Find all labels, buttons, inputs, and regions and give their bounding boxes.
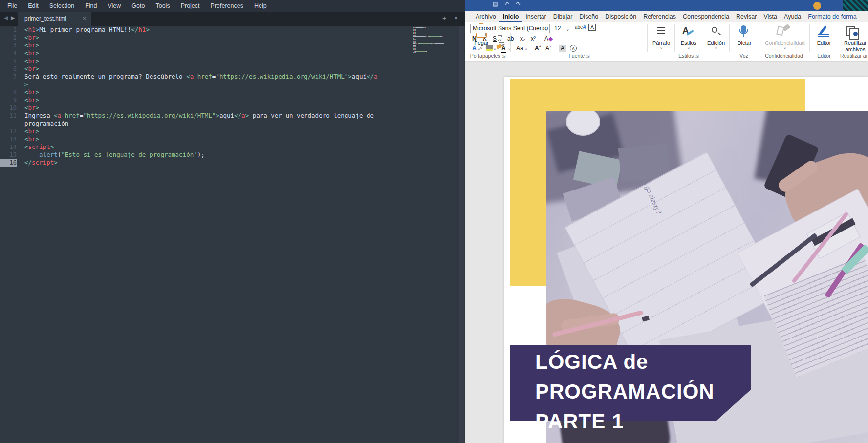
titlebar-corner-graphic xyxy=(843,0,868,11)
group-separator xyxy=(729,24,730,52)
line-text: alert("Esto sí es lenguaje de programaci… xyxy=(17,151,205,159)
underline-chevron[interactable]: ˅ xyxy=(499,38,502,42)
line-number xyxy=(0,81,17,88)
menu-item-file[interactable]: File xyxy=(2,2,22,9)
paste-dropdown-chevron[interactable]: ˅ xyxy=(465,46,498,51)
menu-item-selection[interactable]: Selection xyxy=(44,2,80,9)
code-editor-area[interactable]: 1<h1>Mi primer programa HTML!!</h1>2<br>… xyxy=(0,26,465,443)
menu-item-find[interactable]: Find xyxy=(80,2,102,9)
bold-button[interactable]: N xyxy=(472,35,477,42)
word-tab-correspondencia[interactable]: Correspondencia xyxy=(679,11,733,22)
word-tab-referencias[interactable]: Referencias xyxy=(640,11,679,22)
clear-formatting-button[interactable]: A◆ xyxy=(544,35,553,42)
word-tab-formato-de-forma[interactable]: Formato de forma xyxy=(804,11,860,22)
tab-forward-icon[interactable]: ▶ xyxy=(11,15,15,21)
ribbon-tab-row: ArchivoInicioInsertarDibujarDiseñoDispos… xyxy=(465,11,868,22)
edicion-collapsed-button[interactable]: Edición ˅ xyxy=(704,23,728,52)
word-tab-revisar[interactable]: Revisar xyxy=(733,11,760,22)
minimap[interactable] xyxy=(413,27,458,54)
change-case-chevron[interactable]: ˅ xyxy=(525,47,527,52)
dictate-button[interactable]: Dictar xyxy=(731,23,758,52)
dialog-launcher-icon[interactable]: ⇲ xyxy=(695,54,699,59)
word-tab-vista[interactable]: Vista xyxy=(760,11,781,22)
tab-back-icon[interactable]: ◀ xyxy=(4,15,8,21)
highlight-color-icon[interactable] xyxy=(486,45,493,51)
subscript-button[interactable]: x₂ xyxy=(520,35,525,42)
highlight-chevron[interactable]: ˅ xyxy=(494,47,496,52)
document-page[interactable]: Co go cieszy? xyxy=(504,77,868,443)
font-name-combobox[interactable]: ˅ Microsoft Sans Serif (Cuerpo xyxy=(470,24,550,33)
group-separator xyxy=(702,24,702,52)
font-size-combobox[interactable]: ˅ 12 xyxy=(552,24,571,33)
shrink-font-button[interactable]: A˅ xyxy=(545,45,551,52)
editor-button[interactable]: Editor xyxy=(811,23,837,52)
font-name-value: Microsoft Sans Serif (Cuerpo xyxy=(473,25,548,32)
tab-close-icon[interactable]: × xyxy=(83,12,86,26)
group-label-voz: Voz xyxy=(730,53,758,61)
reuse-files-button[interactable]: Reutilizar archivos xyxy=(840,23,868,52)
dialog-launcher-icon[interactable]: ⇲ xyxy=(502,54,506,59)
line-text: <br> xyxy=(17,104,39,112)
line-text: <br> xyxy=(17,42,39,49)
line-number: 12 xyxy=(0,127,17,135)
screen: FileEditSelectionFindViewGotoToolsProjec… xyxy=(0,0,868,443)
enclose-characters-button[interactable]: A xyxy=(570,45,577,52)
chevron-down-icon: ˅ xyxy=(704,46,728,51)
dialog-launcher-icon[interactable]: ⇲ xyxy=(586,54,590,59)
word-tab-archivo[interactable]: Archivo xyxy=(472,11,499,22)
new-tab-icon[interactable]: + xyxy=(442,14,446,22)
strikethrough-button[interactable]: ab xyxy=(507,35,514,42)
cover-title[interactable]: LÓGICA dePROGRAMACIÓNPARTE 1 xyxy=(535,347,715,436)
line-number: 4 xyxy=(0,49,17,57)
group-label-fuente: Fuente⇲ xyxy=(511,53,647,61)
parrafo-collapsed-button[interactable]: Párrafo ˅ xyxy=(649,23,673,52)
character-shading-button[interactable]: A xyxy=(559,45,566,52)
font-color-button[interactable]: A xyxy=(501,45,506,53)
underline-button[interactable]: S xyxy=(493,35,497,42)
confidentiality-button[interactable]: Confidencialidad ˅ xyxy=(760,23,810,52)
menu-item-view[interactable]: View xyxy=(102,2,126,9)
minimap-line xyxy=(413,45,458,46)
word-tab-inicio[interactable]: Inicio xyxy=(499,11,522,22)
dictar-label: Dictar xyxy=(731,40,758,46)
microphone-arc xyxy=(739,29,748,34)
minimap-line xyxy=(413,36,458,37)
code-line: 8<br> xyxy=(0,88,465,96)
code-line: 5<br> xyxy=(0,57,465,65)
superscript-button[interactable]: x² xyxy=(531,35,536,42)
line-text: Será esto realmente un programa? Descúbr… xyxy=(17,73,378,81)
word-tab-insertar[interactable]: Insertar xyxy=(522,11,549,22)
text-effects-button[interactable]: A xyxy=(472,45,477,52)
user-avatar[interactable] xyxy=(813,2,821,10)
menu-item-goto[interactable]: Goto xyxy=(126,2,150,9)
menu-item-tools[interactable]: Tools xyxy=(150,2,175,9)
editor-scrollbar[interactable] xyxy=(459,26,464,443)
menu-item-project[interactable]: Project xyxy=(175,2,205,9)
tab-overflow-icon[interactable]: ▼ xyxy=(454,16,458,21)
word-tab-dibujar[interactable]: Dibujar xyxy=(550,11,576,22)
phonetic-guide-icon[interactable]: abcA xyxy=(575,24,586,30)
line-text: <script> xyxy=(17,143,54,151)
group-label-editor: Editor xyxy=(810,53,838,61)
editor-tab-primer-test[interactable]: primer_test.html × xyxy=(18,12,91,26)
minimap-line xyxy=(413,33,458,34)
word-tab-disposición[interactable]: Disposición xyxy=(602,11,640,22)
menu-item-edit[interactable]: Edit xyxy=(22,2,44,9)
quick-access-toolbar-icons[interactable]: ▤↶↷ xyxy=(493,1,527,7)
text-effects-chevron[interactable]: ˅ xyxy=(478,47,480,52)
menu-item-preferences[interactable]: Preferences xyxy=(205,2,249,9)
editor-label: Editor xyxy=(811,40,837,46)
grow-font-button[interactable]: A˄ xyxy=(535,45,541,52)
yellow-shape-top[interactable] xyxy=(510,79,805,111)
code-line: 13<br> xyxy=(0,135,465,143)
menu-item-help[interactable]: Help xyxy=(249,2,272,9)
word-tab-diseño[interactable]: Diseño xyxy=(576,11,602,22)
italic-button[interactable]: K xyxy=(483,35,487,42)
change-case-button[interactable]: Aa xyxy=(516,45,523,52)
word-tab-ayuda[interactable]: Ayuda xyxy=(781,11,804,22)
estilos-collapsed-button[interactable]: A Estilos ˅ xyxy=(676,23,701,52)
font-color-chevron[interactable]: ˅ xyxy=(508,47,511,52)
yellow-shape-left[interactable] xyxy=(510,111,546,286)
line-text: <br> xyxy=(17,96,39,104)
character-border-icon[interactable]: A xyxy=(588,24,596,31)
